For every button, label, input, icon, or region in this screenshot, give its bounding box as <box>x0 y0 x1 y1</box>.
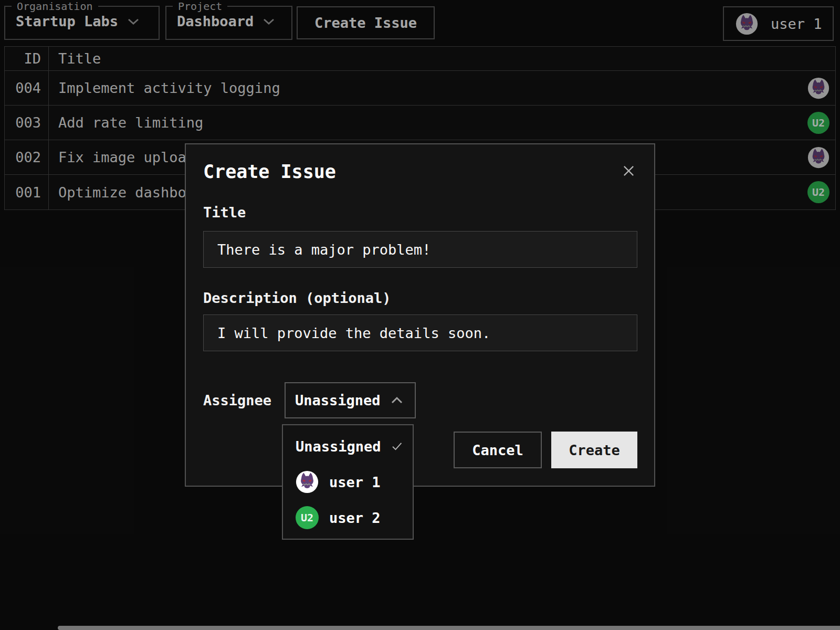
user1-ghost-avatar-icon <box>296 470 319 494</box>
create-issue-modal: Create Issue Title Description (optional… <box>185 143 655 487</box>
assignee-select[interactable]: Unassigned <box>285 382 416 418</box>
dropdown-option-user1[interactable]: user 1 <box>283 464 413 500</box>
modal-title: Create Issue <box>203 161 336 182</box>
assignee-dropdown-menu: Unassigned user 1 U2 user 2 <box>282 424 414 540</box>
close-x-icon <box>622 164 635 177</box>
description-field-label: Description (optional) <box>203 291 637 306</box>
chevron-up-icon <box>391 396 403 404</box>
dropdown-option-unassigned[interactable]: Unassigned <box>283 428 413 464</box>
create-button[interactable]: Create <box>551 432 637 468</box>
check-icon <box>392 440 402 453</box>
option-label: Unassigned <box>296 438 381 455</box>
title-field-label: Title <box>203 205 637 220</box>
description-input[interactable] <box>203 314 637 351</box>
option-label: user 2 <box>329 510 381 526</box>
title-input[interactable] <box>203 231 637 268</box>
assignee-selected-value: Unassigned <box>295 392 381 408</box>
assignee-field-label: Assignee <box>203 393 271 408</box>
dropdown-option-user2[interactable]: U2 user 2 <box>283 500 413 536</box>
user2-badge: U2 <box>296 506 319 529</box>
cancel-button[interactable]: Cancel <box>454 432 542 468</box>
option-label: user 1 <box>329 474 381 490</box>
close-button[interactable] <box>620 162 637 180</box>
